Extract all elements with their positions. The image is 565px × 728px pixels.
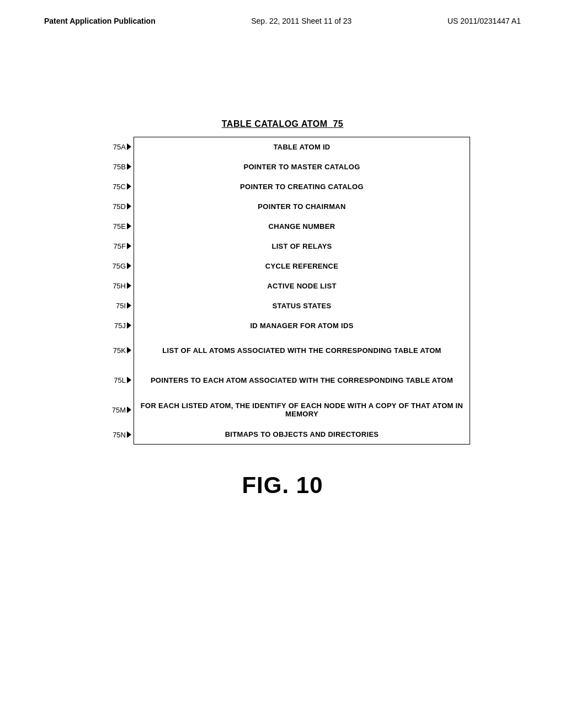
- row-label: 75G: [95, 256, 134, 276]
- table-row: 75ATABLE ATOM ID: [95, 137, 470, 157]
- page-header: Patent Application Publication Sep. 22, …: [0, 0, 565, 31]
- table-row: 75BPOINTER TO MASTER CATALOG: [95, 157, 470, 176]
- table-row: 75DPOINTER TO CHAIRMAN: [95, 196, 470, 216]
- table-row: 75ISTATUS STATES: [95, 296, 470, 315]
- table-row: 75MFOR EACH LISTED ATOM, THE IDENTIFY OF…: [95, 395, 470, 425]
- row-cell: ACTIVE NODE LIST: [134, 276, 470, 296]
- header-publication: Patent Application Publication: [44, 17, 156, 25]
- row-cell: FOR EACH LISTED ATOM, THE IDENTIFY OF EA…: [134, 395, 470, 425]
- row-cell: POINTER TO MASTER CATALOG: [134, 157, 470, 176]
- table-row: 75HACTIVE NODE LIST: [95, 276, 470, 296]
- row-cell: TABLE ATOM ID: [134, 137, 470, 157]
- table-row: 75CPOINTER TO CREATING CATALOG: [95, 176, 470, 196]
- row-label: 75N: [95, 425, 134, 445]
- row-label: 75C: [95, 176, 134, 196]
- row-label: 75H: [95, 276, 134, 296]
- row-label: 75L: [95, 365, 134, 395]
- row-cell: LIST OF ALL ATOMS ASSOCIATED WITH THE CO…: [134, 335, 470, 365]
- diagram-title-ref: 75: [333, 119, 343, 129]
- row-cell: POINTER TO CREATING CATALOG: [134, 176, 470, 196]
- row-cell: POINTER TO CHAIRMAN: [134, 196, 470, 216]
- table-row: 75GCYCLE REFERENCE: [95, 256, 470, 276]
- table-row: 75JID MANAGER FOR ATOM IDS: [95, 315, 470, 335]
- row-cell: POINTERS TO EACH ATOM ASSOCIATED WITH TH…: [134, 365, 470, 395]
- row-cell: STATUS STATES: [134, 296, 470, 315]
- row-cell: LIST OF RELAYS: [134, 236, 470, 256]
- row-label: 75J: [95, 315, 134, 335]
- row-label: 75I: [95, 296, 134, 315]
- row-cell: BITMAPS TO OBJECTS AND DIRECTORIES: [134, 425, 470, 445]
- main-content: TABLE CATALOG ATOM 75 75ATABLE ATOM ID75…: [0, 31, 565, 532]
- row-label: 75A: [95, 137, 134, 157]
- row-cell: CYCLE REFERENCE: [134, 256, 470, 276]
- table-row: 75NBITMAPS TO OBJECTS AND DIRECTORIES: [95, 425, 470, 445]
- table-row: 75KLIST OF ALL ATOMS ASSOCIATED WITH THE…: [95, 335, 470, 365]
- diagram-title: TABLE CATALOG ATOM 75: [222, 119, 343, 129]
- row-label: 75E: [95, 216, 134, 236]
- table-row: 75FLIST OF RELAYS: [95, 236, 470, 256]
- row-cell: CHANGE NUMBER: [134, 216, 470, 236]
- table-row: 75LPOINTERS TO EACH ATOM ASSOCIATED WITH…: [95, 365, 470, 395]
- diagram-container: 75ATABLE ATOM ID75BPOINTER TO MASTER CAT…: [95, 137, 470, 445]
- row-label: 75F: [95, 236, 134, 256]
- header-patent-number: US 2011/0231447 A1: [447, 17, 521, 25]
- row-label: 75D: [95, 196, 134, 216]
- figure-caption: FIG. 10: [242, 472, 323, 499]
- row-label: 75K: [95, 335, 134, 365]
- header-date-sheet: Sep. 22, 2011 Sheet 11 of 23: [251, 17, 351, 25]
- row-cell: ID MANAGER FOR ATOM IDS: [134, 315, 470, 335]
- table-row: 75ECHANGE NUMBER: [95, 216, 470, 236]
- row-label: 75M: [95, 395, 134, 425]
- diagram-title-text: TABLE CATALOG ATOM: [222, 119, 328, 129]
- row-label: 75B: [95, 157, 134, 176]
